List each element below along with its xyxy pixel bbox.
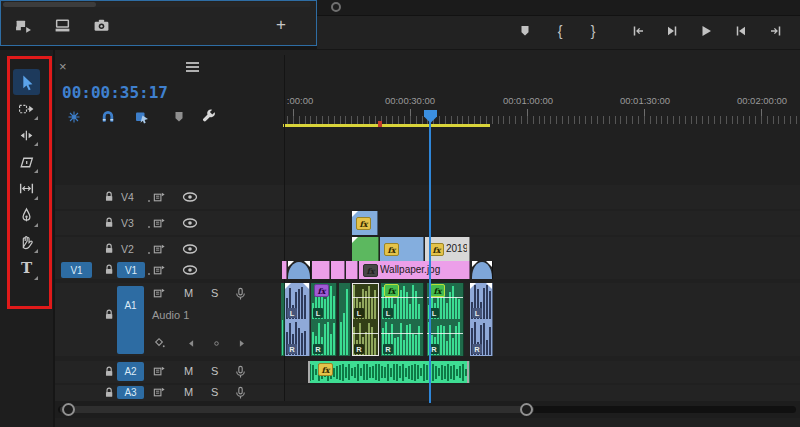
clip-v2-blue[interactable]: fx	[380, 237, 424, 261]
clip-v1-dome[interactable]	[472, 261, 493, 279]
clip-v1-pink[interactable]	[331, 261, 345, 279]
hscroll-right-knob[interactable]	[520, 403, 533, 416]
track-output-eye-icon-v4[interactable]	[182, 189, 198, 205]
track-output-eye-icon-v1[interactable]	[182, 262, 198, 278]
play-button[interactable]	[694, 19, 718, 43]
track-target-v3[interactable]: V3	[121, 217, 134, 229]
step-forward-button[interactable]	[729, 19, 753, 43]
razor-tool[interactable]	[13, 149, 40, 175]
add-keyframe-icon-a1[interactable]	[152, 335, 167, 350]
mark-in-button[interactable]: {	[548, 19, 572, 43]
clip-2019[interactable]: fx2019	[425, 237, 470, 261]
clip-v1-pink[interactable]	[346, 261, 358, 279]
add-marker-button[interactable]	[513, 19, 537, 43]
sequence-marker[interactable]	[378, 121, 382, 127]
track-target-a1[interactable]: A1	[117, 286, 144, 354]
track-lock-v3[interactable]	[103, 216, 117, 230]
voiceover-mic-icon-a3[interactable]	[232, 384, 248, 400]
linked-selection-toggle-icon[interactable]	[131, 107, 153, 127]
add-marker-icon[interactable]	[168, 107, 190, 127]
clip-a1-green[interactable]: LRfx	[427, 283, 464, 356]
hscroll-thumb[interactable]	[60, 406, 534, 413]
clip-v1-pink[interactable]	[312, 261, 330, 279]
track-row-content-a3[interactable]	[285, 385, 800, 401]
clip-v2-green[interactable]	[352, 237, 379, 261]
clip-a2-mint[interactable]: fx	[308, 361, 470, 383]
clip-v3-blue[interactable]: fx	[352, 211, 378, 235]
track-target-v2[interactable]: V2	[121, 243, 134, 255]
snap-toggle-icon[interactable]	[97, 107, 119, 127]
mark-out-button[interactable]: }	[581, 19, 605, 43]
track-name-a1[interactable]: Audio 1	[152, 309, 189, 321]
playhead-timecode[interactable]: 00:00:35:17	[62, 83, 168, 102]
top-scrollbar-thumb[interactable]	[3, 2, 96, 7]
extract-button[interactable]	[50, 15, 74, 35]
close-panel-icon[interactable]: ×	[59, 60, 67, 73]
volume-rubber-band[interactable]	[352, 333, 378, 334]
go-to-in-button[interactable]	[626, 19, 650, 43]
sync-lock-icon-a1[interactable]	[152, 286, 167, 301]
prev-keyframe-icon-a1[interactable]	[184, 336, 198, 350]
volume-rubber-band[interactable]	[381, 333, 423, 334]
top-scroll-knob[interactable]	[331, 2, 341, 12]
step-back-button[interactable]	[660, 19, 684, 43]
type-tool[interactable]: T	[13, 256, 40, 282]
track-lock-v2[interactable]	[103, 242, 117, 256]
solo-button-a1[interactable]: S	[211, 287, 218, 299]
panel-menu-icon[interactable]	[186, 62, 199, 72]
volume-rubber-band[interactable]	[427, 333, 463, 334]
track-target-a2[interactable]: A2	[117, 362, 144, 381]
button-editor-add-button[interactable]: +	[269, 13, 293, 37]
selection-tool[interactable]	[13, 69, 40, 95]
mute-button-a3[interactable]: M	[184, 386, 193, 398]
sync-lock-icon-v4[interactable]	[152, 190, 167, 205]
clip-wallpaper-jpg[interactable]: fxWallpaper.jpg	[359, 261, 470, 279]
clip-a1-green[interactable]: LRfx	[311, 283, 337, 356]
track-select-forward-tool[interactable]	[13, 96, 40, 122]
track-lock-a3[interactable]	[103, 386, 117, 400]
track-lock-v1[interactable]	[103, 263, 117, 277]
mute-button-a1[interactable]: M	[184, 287, 193, 299]
clip-a1-green[interactable]	[339, 283, 351, 356]
track-output-eye-icon-v3[interactable]	[182, 215, 198, 231]
go-to-out-button[interactable]	[764, 19, 788, 43]
slip-tool[interactable]	[13, 176, 40, 202]
solo-button-a2[interactable]: S	[211, 365, 218, 377]
mute-button-a2[interactable]: M	[184, 365, 193, 377]
sync-lock-icon-v1[interactable]	[152, 263, 167, 278]
volume-rubber-band[interactable]	[427, 297, 463, 298]
track-target-v1[interactable]: V1	[117, 262, 145, 278]
track-output-eye-icon-v2[interactable]	[182, 241, 198, 257]
voiceover-mic-icon-a2[interactable]	[232, 363, 248, 379]
clip-a1-blue[interactable]: LR	[470, 283, 493, 356]
track-lock-a2[interactable]	[103, 365, 117, 379]
hscroll-left-knob[interactable]	[62, 403, 75, 416]
hand-tool[interactable]	[13, 229, 40, 255]
voiceover-mic-icon-a1[interactable]	[232, 285, 248, 301]
nest-toggle-icon[interactable]	[63, 107, 85, 127]
track-target-a3[interactable]: A3	[117, 386, 144, 399]
lift-button[interactable]	[11, 15, 35, 35]
work-area-bar[interactable]	[283, 124, 490, 127]
track-target-v4[interactable]: V4	[121, 191, 134, 203]
sync-lock-icon-v3[interactable]	[152, 216, 167, 231]
track-lock-a1[interactable]	[103, 308, 117, 322]
solo-button-a3[interactable]: S	[211, 386, 218, 398]
sync-lock-icon-a3[interactable]	[152, 385, 167, 400]
volume-rubber-band[interactable]	[381, 297, 423, 298]
clip-a1-blue[interactable]: LR	[285, 283, 310, 356]
clip-v1-pink[interactable]	[282, 261, 287, 279]
source-patch-v1[interactable]: V1	[61, 262, 92, 278]
sync-lock-icon-a2[interactable]	[152, 364, 167, 379]
keyframe-indicator-icon-a1[interactable]	[209, 336, 223, 350]
export-frame-button[interactable]	[89, 15, 113, 35]
timeline-settings-icon[interactable]	[198, 107, 220, 127]
next-keyframe-icon-a1[interactable]	[234, 336, 248, 350]
volume-rubber-band[interactable]	[352, 297, 378, 298]
clip-v1-dome[interactable]	[288, 261, 311, 279]
pen-tool[interactable]	[13, 203, 40, 229]
track-lock-v4[interactable]	[103, 190, 117, 204]
ripple-edit-tool[interactable]	[13, 122, 40, 148]
clip-a1-green[interactable]: LRfx	[381, 283, 424, 356]
sync-lock-icon-v2[interactable]	[152, 242, 167, 257]
